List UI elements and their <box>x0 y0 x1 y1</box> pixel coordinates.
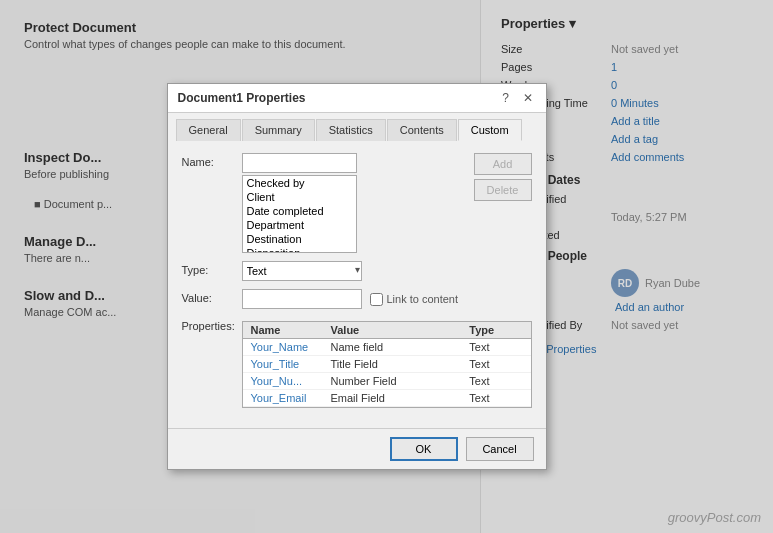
type-row: Type: Text Date Number Yes or no ▾ <box>182 261 532 281</box>
type-label: Type: <box>182 261 242 276</box>
value-control-area: Link to content <box>242 289 532 309</box>
value-row-content: Link to content <box>242 289 532 309</box>
col-header-type: Type <box>461 322 530 339</box>
row-3-value: Number Field <box>323 373 462 390</box>
row-1-type: Text <box>461 339 530 356</box>
value-row: Value: Link to content <box>182 289 532 309</box>
tab-custom[interactable]: Custom <box>458 119 522 141</box>
ok-button[interactable]: OK <box>390 437 458 461</box>
value-label: Value: <box>182 289 242 304</box>
name-row: Name: Checked by Client Date completed D… <box>182 153 532 253</box>
type-select-wrapper: Text Date Number Yes or no ▾ <box>242 261 362 281</box>
row-2-name: Your_Title <box>243 356 323 373</box>
row-4-value: Email Field <box>323 390 462 407</box>
row-1-name: Your_Name <box>243 339 323 356</box>
table-header-row: Name Value Type <box>243 322 531 339</box>
tab-general[interactable]: General <box>176 119 241 141</box>
row-3-name: Your_Nu... <box>243 373 323 390</box>
properties-dialog: Document1 Properties ? ✕ General Summary… <box>167 83 547 470</box>
row-2-type: Text <box>461 356 530 373</box>
table-row[interactable]: Your_Email Email Field Text <box>243 390 531 407</box>
tab-statistics[interactable]: Statistics <box>316 119 386 141</box>
value-input[interactable] <box>242 289 362 309</box>
row-2-value: Title Field <box>323 356 462 373</box>
add-button[interactable]: Add <box>474 153 532 175</box>
properties-row: Properties: Name Value Type <box>182 317 532 408</box>
type-control-area: Text Date Number Yes or no ▾ <box>242 261 532 281</box>
properties-table: Name Value Type Your_Name Name field Tex… <box>243 322 531 407</box>
list-item-checked-by[interactable]: Checked by <box>243 176 356 190</box>
type-select[interactable]: Text Date Number Yes or no <box>242 261 362 281</box>
dialog-titlebar: Document1 Properties ? ✕ <box>168 84 546 113</box>
row-3-type: Text <box>461 373 530 390</box>
col-header-value: Value <box>323 322 462 339</box>
help-button[interactable]: ? <box>498 90 514 106</box>
tab-contents[interactable]: Contents <box>387 119 457 141</box>
list-item-department[interactable]: Department <box>243 218 356 232</box>
name-listbox[interactable]: Checked by Client Date completed Departm… <box>242 175 357 253</box>
dialog-form-content: Name: Checked by Client Date completed D… <box>168 141 546 428</box>
row-4-name: Your_Email <box>243 390 323 407</box>
link-to-content-text: Link to content <box>387 293 459 305</box>
col-header-name: Name <box>243 322 323 339</box>
name-input[interactable] <box>242 153 357 173</box>
table-row[interactable]: Your_Title Title Field Text <box>243 356 531 373</box>
list-item-client[interactable]: Client <box>243 190 356 204</box>
name-input-area: Checked by Client Date completed Departm… <box>242 153 462 253</box>
table-row[interactable]: Your_Nu... Number Field Text <box>243 373 531 390</box>
link-to-content-label: Link to content <box>370 293 459 306</box>
delete-button[interactable]: Delete <box>474 179 532 201</box>
properties-label: Properties: <box>182 317 242 332</box>
list-item-disposition[interactable]: Disposition <box>243 246 356 253</box>
tab-summary[interactable]: Summary <box>242 119 315 141</box>
dialog-footer: OK Cancel <box>168 428 546 469</box>
list-item-date-completed[interactable]: Date completed <box>243 204 356 218</box>
dialog-tabs: General Summary Statistics Contents Cust… <box>168 113 546 141</box>
table-row[interactable]: Your_Name Name field Text <box>243 339 531 356</box>
cancel-button[interactable]: Cancel <box>466 437 534 461</box>
properties-table-area: Name Value Type Your_Name Name field Tex… <box>242 317 532 408</box>
dialog-title: Document1 Properties <box>178 91 306 105</box>
row-1-value: Name field <box>323 339 462 356</box>
properties-table-container: Name Value Type Your_Name Name field Tex… <box>242 321 532 408</box>
action-buttons: Add Delete <box>474 153 532 253</box>
list-item-destination[interactable]: Destination <box>243 232 356 246</box>
dialog-overlay: Document1 Properties ? ✕ General Summary… <box>0 0 773 533</box>
close-button[interactable]: ✕ <box>520 90 536 106</box>
name-control-area: Checked by Client Date completed Departm… <box>242 153 532 253</box>
name-label: Name: <box>182 153 242 168</box>
dialog-controls: ? ✕ <box>498 90 536 106</box>
row-4-type: Text <box>461 390 530 407</box>
link-to-content-checkbox[interactable] <box>370 293 383 306</box>
